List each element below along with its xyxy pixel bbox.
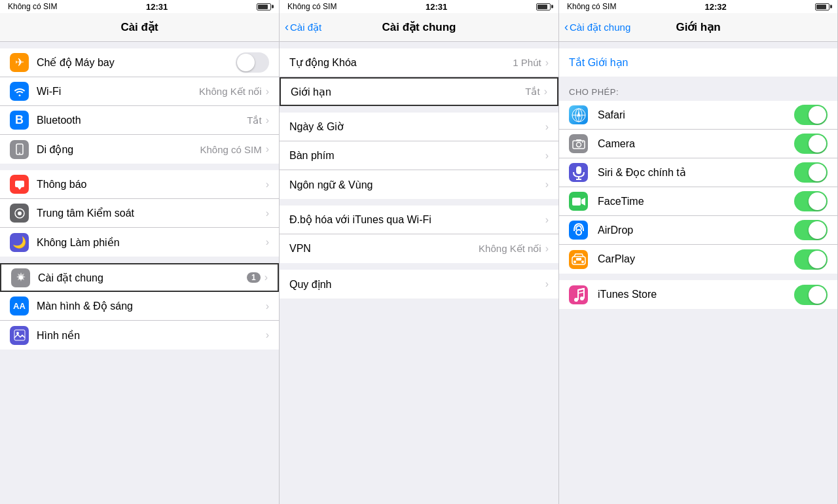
trungctam-icon <box>10 204 29 223</box>
row-caidatchung[interactable]: Cài đặt chung 1 › <box>0 263 279 292</box>
row-safari[interactable]: Safari <box>559 101 837 130</box>
panel3-content: Tắt Giới hạn CHO PHÉP: Safari <box>559 42 837 504</box>
thongbao-label: Thông báo <box>37 179 266 190</box>
caidatchung-label: Cài đặt chung <box>38 272 247 284</box>
back-button-2[interactable]: ‹ Cài đặt <box>285 22 321 33</box>
p2-gap1 <box>280 42 558 48</box>
facetime-toggle[interactable] <box>794 191 828 211</box>
nav-header-3: ‹ Cài đặt chung Giới hạn <box>559 13 837 42</box>
itunes-toggle[interactable] <box>794 285 828 305</box>
hinhthan-label: Hình nền <box>37 329 266 342</box>
mobile-label: Di động <box>37 143 200 156</box>
group-connectivity: ✈ Chế độ Máy bay Wi-Fi Không Kết nối › <box>0 48 279 164</box>
quydinh-chevron: › <box>545 278 549 290</box>
bluetooth-label: Bluetooth <box>37 115 247 126</box>
gioihan-chevron: › <box>544 86 547 98</box>
battery-icon-2 <box>536 3 551 10</box>
row-dbohoa[interactable]: Đ.bộ hóa với iTunes qua Wi-Fi › <box>280 206 558 234</box>
safari-toggle[interactable] <box>794 105 828 125</box>
row-trungctam[interactable]: Trung tâm Kiểm soát › <box>0 199 279 228</box>
back-label-2[interactable]: Cài đặt <box>290 22 321 33</box>
mobile-value: Không có SIM <box>200 144 261 155</box>
row-vpn[interactable]: VPN Không Kết nối › <box>280 234 558 263</box>
facetime-app-icon <box>569 192 588 211</box>
row-hinhthan[interactable]: Hình nền › <box>0 321 279 350</box>
page-title-2: Cài đặt chung <box>382 20 456 34</box>
back-chevron-3: ‹ <box>564 21 568 33</box>
page-title-1: Cài đặt <box>120 20 158 34</box>
row-airplane[interactable]: ✈ Chế độ Máy bay <box>0 48 279 77</box>
camera-app-icon <box>569 134 588 153</box>
page-title-3: Giới hạn <box>676 20 720 34</box>
nav-header-1: Cài đặt <box>0 13 279 42</box>
wifi-chevron: › <box>266 86 269 98</box>
row-ngonngu[interactable]: Ngôn ngữ & Vùng › <box>280 170 558 199</box>
svg-point-17 <box>582 141 583 143</box>
tat-gioihan-container: Tắt Giới hạn <box>559 48 837 77</box>
back-label-3[interactable]: Cài đặt chung <box>570 22 630 33</box>
back-button-3[interactable]: ‹ Cài đặt chung <box>564 22 630 33</box>
khonglam-icon: 🌙 <box>10 233 29 252</box>
group-p2-1: Tự động Khóa 1 Phút › Giới hạn Tắt › <box>280 48 558 106</box>
row-ngaygio[interactable]: Ngày & Giờ › <box>280 113 558 141</box>
row-manhinh[interactable]: AA Màn hình & Độ sáng › <box>0 292 279 321</box>
row-mobile[interactable]: Di động Không có SIM › <box>0 135 279 164</box>
tat-gioihan-button[interactable]: Tắt Giới hạn <box>569 57 628 68</box>
row-wifi[interactable]: Wi-Fi Không Kết nối › <box>0 77 279 106</box>
section-gap-2 <box>0 164 279 170</box>
tudongkhoa-label: Tự động Khóa <box>289 56 513 69</box>
p2-gap4 <box>280 263 558 270</box>
svg-line-30 <box>578 289 584 290</box>
panel2-content: Tự động Khóa 1 Phút › Giới hạn Tắt › Ngà… <box>280 42 558 504</box>
carplay-toggle[interactable] <box>794 249 828 270</box>
p2-gap2 <box>280 106 558 113</box>
status-time-2: 12:31 <box>426 2 447 12</box>
itunes-label: iTunes Store <box>598 289 794 300</box>
siri-app-icon <box>569 163 588 182</box>
tudongkhoa-value: 1 Phút <box>513 57 541 68</box>
svg-point-15 <box>576 142 581 147</box>
banphim-label: Bàn phím <box>289 150 545 162</box>
row-thongbao[interactable]: Thông báo › <box>0 170 279 199</box>
row-quydinhphap[interactable]: Quy định › <box>280 270 558 298</box>
bluetooth-value: Tắt <box>247 115 261 126</box>
airplane-toggle[interactable] <box>236 52 269 73</box>
row-itunes[interactable]: iTunes Store <box>559 280 837 309</box>
hinhthan-chevron: › <box>266 329 269 341</box>
row-gioihan[interactable]: Giới hạn Tắt › <box>280 77 558 106</box>
row-siri[interactable]: Siri & Đọc chính tả <box>559 158 837 187</box>
status-bar-1: Không có SIM 12:31 <box>0 0 279 13</box>
siri-toggle[interactable] <box>794 162 828 183</box>
status-carrier-2: Không có SIM <box>287 2 337 11</box>
row-tudongkhoa[interactable]: Tự động Khóa 1 Phút › <box>280 48 558 77</box>
status-right-1 <box>257 3 271 10</box>
battery-icon-3 <box>815 3 829 10</box>
row-carplay[interactable]: CarPlay <box>559 245 837 274</box>
itunes-app-icon <box>569 285 588 304</box>
safari-label: Safari <box>598 109 794 121</box>
group-apps: Safari Camera <box>559 101 837 274</box>
safari-app-icon <box>569 105 588 124</box>
group-notifications: Thông báo › Trung tâm Kiểm soát › 🌙 Khôn… <box>0 170 279 257</box>
thongbao-icon <box>10 175 29 194</box>
svg-point-26 <box>581 261 584 263</box>
row-bluetooth[interactable]: B Bluetooth Tắt › <box>0 106 279 135</box>
row-airdrop[interactable]: AirDrop <box>559 216 837 245</box>
status-bar-2: Không có SIM 12:31 <box>280 0 558 13</box>
airplane-icon: ✈ <box>10 53 29 72</box>
camera-toggle[interactable] <box>794 134 828 154</box>
row-camera[interactable]: Camera <box>559 130 837 158</box>
ngonngu-chevron: › <box>545 179 549 190</box>
row-facetime[interactable]: FaceTime <box>559 187 837 216</box>
status-carrier-1: Không có SIM <box>8 2 57 11</box>
svg-point-23 <box>576 230 581 235</box>
row-banphim[interactable]: Bàn phím › <box>280 141 558 170</box>
airdrop-toggle[interactable] <box>794 220 828 240</box>
quydinh-label: Quy định <box>289 278 545 291</box>
carplay-app-icon <box>569 250 588 269</box>
svg-rect-7 <box>14 330 25 340</box>
caidatchung-chevron: › <box>264 272 268 283</box>
row-khonglam[interactable]: 🌙 Không Làm phiền › <box>0 228 279 257</box>
vpn-label: VPN <box>289 243 479 255</box>
carplay-label: CarPlay <box>598 253 794 265</box>
